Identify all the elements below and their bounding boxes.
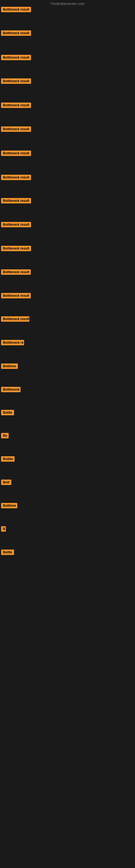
bottleneck-badge: Bottleneck result [1, 198, 31, 204]
bottleneck-item-1[interactable]: Bottleneck result [1, 7, 31, 13]
bottleneck-item-7[interactable]: Bottleneck result [1, 151, 31, 157]
bottleneck-item-18[interactable]: Bottle [1, 410, 14, 416]
bottleneck-badge: Bottle [1, 550, 14, 555]
bottleneck-badge: Bottle [1, 410, 14, 415]
bottleneck-badge: Bottleneck re [1, 340, 24, 345]
bottleneck-badge: Bottleneck result [1, 293, 31, 299]
bottleneck-badge: Bottleneck result [1, 151, 31, 156]
bottleneck-item-11[interactable]: Bottleneck result [1, 246, 31, 252]
bottleneck-badge: Bottleneck result [1, 7, 31, 12]
bottleneck-badge: Bottleneck result [1, 269, 31, 275]
bottleneck-item-6[interactable]: Bottleneck result [1, 126, 31, 133]
bottleneck-badge: Bottlene [1, 364, 18, 369]
items-container: Bottleneck resultBottleneck resultBottle… [0, 7, 135, 868]
bottleneck-badge: Bottleneck result [1, 246, 31, 251]
bottleneck-item-9[interactable]: Bottleneck result [1, 198, 31, 205]
bottleneck-item-4[interactable]: Bottleneck result [1, 79, 31, 85]
bottleneck-item-10[interactable]: Bottleneck result [1, 222, 31, 228]
bottleneck-item-8[interactable]: Bottleneck result [1, 175, 31, 181]
bottleneck-item-15[interactable]: Bottleneck re [1, 340, 24, 346]
bottleneck-item-22[interactable]: Bottlene [1, 503, 17, 509]
bottleneck-item-17[interactable]: Bottleneck [1, 387, 20, 393]
bottleneck-badge: Bottleneck result [1, 79, 31, 84]
bottleneck-badge: B [1, 526, 6, 532]
bottleneck-item-12[interactable]: Bottleneck result [1, 269, 31, 276]
bottleneck-badge: Bottleneck result [1, 102, 31, 108]
bottleneck-item-14[interactable]: Bottleneck result [1, 316, 30, 323]
bottleneck-item-23[interactable]: B [1, 526, 6, 533]
bottleneck-badge: Bottleneck result [1, 126, 31, 132]
bottleneck-badge: Bottleneck [1, 387, 20, 392]
bottleneck-item-19[interactable]: Bo [1, 433, 9, 439]
bottleneck-item-2[interactable]: Bottleneck result [1, 30, 31, 37]
bottleneck-item-16[interactable]: Bottlene [1, 364, 18, 370]
bottleneck-badge: Bottlene [1, 503, 17, 508]
bottleneck-badge: Bo [1, 433, 9, 438]
bottleneck-badge: Bottleneck result [1, 30, 31, 36]
bottleneck-badge: Bott [1, 479, 11, 485]
bottleneck-item-3[interactable]: Bottleneck result [1, 55, 31, 61]
bottleneck-badge: Bottleneck result [1, 316, 30, 322]
bottleneck-badge: Bottleneck result [1, 175, 31, 180]
bottleneck-badge: Bottler [1, 456, 14, 462]
bottleneck-item-21[interactable]: Bott [1, 479, 11, 486]
bottleneck-item-5[interactable]: Bottleneck result [1, 102, 31, 109]
bottleneck-badge: Bottleneck result [1, 55, 31, 60]
site-title: TheBottlenecker.com [0, 0, 135, 7]
bottleneck-item-24[interactable]: Bottle [1, 550, 14, 556]
bottleneck-badge: Bottleneck result [1, 222, 31, 227]
bottleneck-item-13[interactable]: Bottleneck result [1, 293, 31, 300]
bottleneck-item-20[interactable]: Bottler [1, 456, 14, 463]
